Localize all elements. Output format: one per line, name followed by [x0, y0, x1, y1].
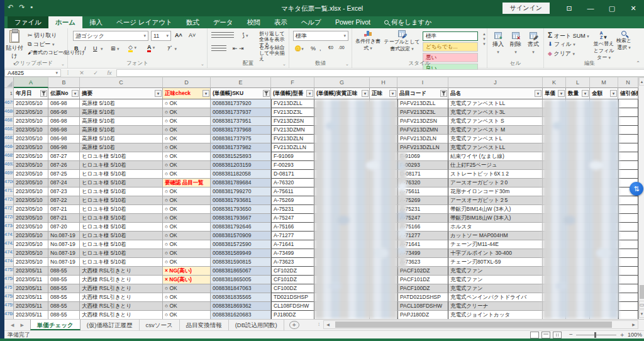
cell-net[interactable]	[370, 170, 397, 179]
cell-check[interactable]: ○ OK	[163, 196, 211, 205]
row-number[interactable]: 4692	[4, 161, 14, 170]
cell-qty[interactable]	[566, 126, 590, 135]
cell-net2[interactable]	[314, 152, 370, 161]
cell-amount[interactable]	[590, 152, 618, 161]
cell-amount[interactable]	[590, 196, 618, 205]
cell-discount[interactable]	[618, 276, 638, 284]
cell-model[interactable]: F-91069	[271, 152, 314, 161]
cell-date[interactable]: 2023/05/10	[14, 187, 48, 196]
cell-net2[interactable]	[314, 258, 370, 267]
cell-code[interactable]: PAFV213DZ3L	[397, 108, 448, 117]
cell-no[interactable]: 086-98	[48, 143, 80, 152]
number-dialog-launcher-icon[interactable]: ⌄	[345, 62, 350, 67]
cell-code[interactable]: A-75247	[397, 214, 448, 223]
cell-sku[interactable]: 0088381590815	[211, 258, 271, 267]
cell-price[interactable]	[543, 311, 566, 319]
cell-discount[interactable]	[618, 240, 638, 249]
filter-dropdown-icon[interactable]: ▾	[72, 90, 79, 97]
cell-net[interactable]	[370, 187, 397, 196]
vertical-scrollbar[interactable]: ▲ ▭ ▼	[638, 77, 644, 319]
cell-model[interactable]: A-75231	[271, 205, 314, 214]
cell-memo[interactable]: 高原様 5/10着	[80, 126, 163, 135]
cell-check[interactable]: ○ OK	[163, 205, 211, 214]
cell-code[interactable]: PAFV213DZLN	[397, 135, 448, 143]
cell-price[interactable]	[543, 187, 566, 196]
cell-price[interactable]	[543, 232, 566, 240]
cell-memo[interactable]: 高原様 5/10着	[80, 135, 163, 143]
cell-check[interactable]: ○ OK	[163, 302, 211, 311]
column-header-qty[interactable]: 数量▾	[566, 88, 590, 99]
row-number[interactable]: 4734	[4, 223, 14, 232]
ribbon-tab[interactable]: Power Pivot	[328, 16, 377, 28]
new-sheet-icon[interactable]: +	[289, 321, 299, 329]
cell-net2[interactable]	[314, 302, 370, 311]
horizontal-scroll-thumb[interactable]	[335, 321, 612, 328]
cell-net[interactable]	[370, 214, 397, 223]
row-number[interactable]: 4756	[4, 276, 14, 284]
cell-date[interactable]: 2023/05/10	[14, 205, 48, 214]
cell-net[interactable]	[370, 249, 397, 258]
cell-check[interactable]: × NG(高い)	[163, 267, 211, 276]
page-break-view-icon[interactable]	[553, 332, 562, 338]
row-number[interactable]: 4680	[4, 108, 14, 117]
cell-net2[interactable]	[314, 179, 370, 187]
cell-net[interactable]	[370, 143, 397, 152]
cell-date[interactable]: 2023/05/10	[14, 135, 48, 143]
cell-date[interactable]: 2023/05/10	[14, 161, 48, 170]
cell-name[interactable]: 仕上釘F25ベージュ	[448, 161, 543, 170]
cell-price[interactable]	[543, 223, 566, 232]
column-letter-E[interactable]: E	[211, 77, 271, 88]
cell-price[interactable]	[543, 126, 566, 135]
cell-no[interactable]: 088-55	[48, 311, 80, 319]
filter-dropdown-icon[interactable]: ▾	[203, 90, 209, 97]
scroll-left-icon[interactable]: ◀	[324, 321, 332, 328]
cell-price[interactable]	[543, 161, 566, 170]
cell-name[interactable]: チェーン刃80TXL-59	[448, 258, 543, 267]
vertical-scroll-thumb[interactable]	[640, 285, 644, 299]
cell-date[interactable]: 2023/05/10	[14, 223, 48, 232]
cell-no[interactable]: 086-98	[48, 126, 80, 135]
filter-dropdown-icon[interactable]: ▾	[535, 90, 541, 97]
cell-name[interactable]: 充電式ファンベストLL	[448, 99, 543, 108]
cell-net[interactable]	[370, 276, 397, 284]
cell-amount[interactable]	[590, 232, 618, 240]
cell-price[interactable]	[543, 214, 566, 223]
styles-gallery-scroll[interactable]: ▲▼▼	[482, 31, 487, 47]
row-number[interactable]: 4744	[4, 258, 14, 267]
conditional-formatting-button[interactable]: 条件付き書式 ▾	[353, 30, 382, 52]
cell-sku[interactable]: 0088381835565	[211, 293, 271, 302]
cell-qty[interactable]	[566, 99, 590, 108]
cell-net[interactable]	[370, 179, 397, 187]
cell-price[interactable]	[543, 108, 566, 117]
ribbon-tab[interactable]: 数式	[179, 16, 206, 28]
cell-net2[interactable]	[314, 143, 370, 152]
cell-date[interactable]: 2023/05/10	[14, 99, 48, 108]
zoom-slider-track[interactable]	[576, 335, 616, 335]
underline-button[interactable]: U	[93, 45, 97, 52]
font-dialog-launcher-icon[interactable]: ⌄	[201, 62, 206, 67]
cell-check[interactable]: ○ OK	[163, 143, 211, 152]
column-letter-K[interactable]: K	[543, 77, 566, 88]
comma-icon[interactable]: ,	[319, 45, 321, 52]
cell-model[interactable]: FV213DZMN	[271, 126, 314, 135]
cell-check[interactable]: ○ OK	[163, 126, 211, 135]
row-number[interactable]: 1	[4, 88, 14, 99]
column-header-date[interactable]: 年月日	[14, 88, 48, 99]
ribbon-tab[interactable]: ページ レイアウト	[109, 16, 179, 28]
cell-discount[interactable]	[618, 161, 638, 170]
ribbon-tab[interactable]: データ	[206, 16, 240, 28]
cell-model[interactable]: A-71641	[271, 240, 314, 249]
row-number[interactable]: 4681	[4, 117, 14, 126]
ribbon-collapse-icon[interactable]: ⌃	[636, 60, 640, 66]
cell-name[interactable]: 充電式ジョイントカッタ	[448, 311, 543, 319]
cell-code[interactable]: PACL108FDSHW	[397, 302, 448, 311]
close-icon[interactable]: ✕	[623, 0, 644, 16]
row-number[interactable]: 4758	[4, 293, 14, 302]
cell-discount[interactable]	[618, 135, 638, 143]
ribbon-tab[interactable]: 挿入	[82, 16, 109, 28]
filter-dropdown-icon[interactable]: ▾	[362, 90, 369, 97]
column-header-check[interactable]: 正味check▾	[163, 88, 211, 99]
cell-memo[interactable]: 高原様 5/10着	[80, 99, 163, 108]
cell-net[interactable]	[370, 223, 397, 232]
cell-amount[interactable]	[590, 135, 618, 143]
